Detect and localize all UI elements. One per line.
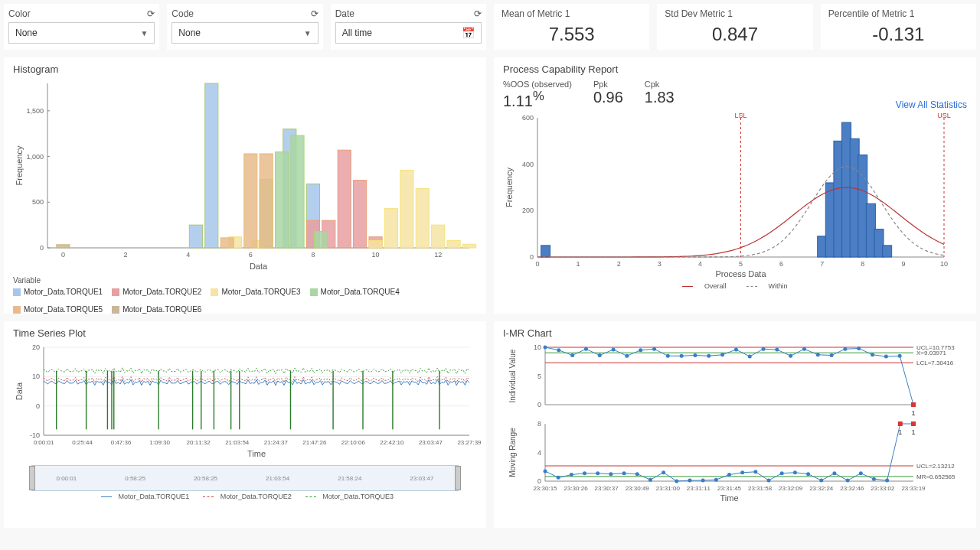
svg-text:23:27:39: 23:27:39: [457, 439, 482, 446]
legend-item: Motor_Data.TORQUE1: [13, 288, 103, 296]
ppk-label: Ppk: [593, 80, 623, 89]
svg-rect-43: [260, 154, 273, 248]
timeseries-card: Time Series Plot -10010200:00:010:25:440…: [4, 321, 486, 528]
svg-text:23:32:46: 23:32:46: [840, 485, 864, 492]
svg-rect-193: [898, 421, 903, 426]
svg-point-140: [734, 348, 738, 352]
svg-point-178: [701, 479, 705, 483]
scroll-handle-right[interactable]: [455, 466, 461, 490]
svg-point-133: [639, 348, 642, 352]
svg-text:Moving Range: Moving Range: [508, 428, 517, 477]
svg-point-143: [775, 348, 779, 352]
refresh-icon[interactable]: ⟳: [311, 8, 318, 19]
svg-text:23:30:26: 23:30:26: [564, 485, 589, 492]
legend-title: Variable: [13, 276, 477, 285]
svg-point-169: [583, 471, 586, 475]
code-filter-label: Code: [172, 8, 194, 19]
chevron-down-icon: ▼: [304, 29, 312, 37]
svg-text:8: 8: [537, 420, 541, 428]
svg-text:8: 8: [861, 260, 864, 268]
svg-point-132: [625, 354, 629, 358]
color-select[interactable]: None ▼: [8, 22, 155, 44]
capability-stats: %OOS (observed) 1.11% Ppk 0.96 Cpk 1.83: [503, 80, 675, 110]
legend-item: Motor_Data.TORQUE5: [13, 305, 103, 314]
svg-text:21:47:26: 21:47:26: [302, 439, 327, 446]
svg-text:23:31:58: 23:31:58: [748, 485, 773, 492]
svg-point-134: [652, 347, 656, 351]
svg-point-126: [544, 346, 547, 350]
imr-title: I-MR Chart: [503, 327, 967, 339]
svg-text:0:00:01: 0:00:01: [34, 439, 54, 446]
view-all-stats-link[interactable]: View All Statistics: [896, 99, 967, 110]
svg-point-130: [598, 353, 602, 357]
svg-rect-33: [416, 188, 429, 248]
svg-text:10: 10: [534, 343, 541, 351]
color-filter-label: Color: [8, 8, 31, 19]
timeseries-chart: -10010200:00:010:25:440:47:361:09:3020:1…: [13, 343, 477, 458]
svg-point-182: [753, 470, 757, 474]
svg-text:0: 0: [530, 253, 534, 261]
svg-text:-10: -10: [30, 431, 40, 439]
svg-text:5: 5: [537, 373, 541, 380]
capability-card: Process Capability Report %OOS (observed…: [494, 57, 976, 314]
histogram-title: Histogram: [13, 63, 477, 75]
svg-text:Frequency: Frequency: [505, 167, 514, 207]
svg-text:Individual Value: Individual Value: [508, 349, 517, 402]
date-select[interactable]: All time: [335, 22, 482, 44]
svg-point-152: [898, 354, 902, 358]
svg-text:0: 0: [537, 401, 541, 408]
svg-text:23:30:49: 23:30:49: [626, 485, 650, 492]
svg-text:LSL: LSL: [734, 112, 746, 119]
refresh-icon[interactable]: ⟳: [147, 8, 155, 19]
timeseries-scrollbar[interactable]: 0:00:010:58:2520:58:2521:03:5421:58:2423…: [31, 465, 459, 491]
code-filter: Code ⟳ None ▼: [167, 4, 322, 50]
svg-text:2: 2: [124, 251, 128, 259]
svg-text:1,000: 1,000: [26, 153, 44, 161]
svg-text:400: 400: [522, 160, 534, 168]
svg-text:3: 3: [658, 260, 662, 268]
svg-point-190: [859, 471, 863, 475]
svg-point-172: [622, 471, 626, 475]
svg-point-180: [727, 473, 731, 477]
legend-item: Motor_Data.TORQUE2: [112, 288, 201, 296]
svg-text:22:42:10: 22:42:10: [380, 439, 404, 446]
scroll-handle-left[interactable]: [29, 466, 35, 490]
svg-text:Frequency: Frequency: [15, 145, 24, 185]
svg-point-139: [720, 353, 724, 356]
svg-rect-34: [432, 225, 445, 248]
svg-text:500: 500: [32, 198, 44, 206]
svg-point-186: [806, 472, 810, 476]
code-select[interactable]: None ▼: [172, 22, 318, 44]
refresh-icon[interactable]: ⟳: [474, 8, 482, 19]
svg-text:Data: Data: [15, 382, 24, 400]
svg-text:21:03:54: 21:03:54: [225, 439, 250, 446]
svg-rect-25: [338, 150, 351, 248]
svg-rect-20: [205, 83, 218, 248]
svg-point-167: [557, 476, 560, 480]
svg-point-185: [793, 470, 797, 474]
svg-point-168: [570, 473, 573, 477]
svg-point-179: [714, 478, 718, 482]
filter-bar: Color ⟳ None ▼ Code ⟳ None ▼: [4, 4, 486, 50]
svg-text:0: 0: [535, 260, 539, 268]
svg-point-144: [789, 354, 792, 358]
svg-text:0:47:36: 0:47:36: [111, 439, 132, 446]
timeseries-title: Time Series Plot: [13, 327, 477, 339]
svg-text:23:32:09: 23:32:09: [779, 485, 803, 492]
svg-text:4: 4: [186, 251, 190, 259]
svg-text:10: 10: [32, 373, 40, 380]
svg-rect-40: [315, 232, 328, 249]
svg-text:1: 1: [911, 428, 915, 436]
svg-text:X=9.03971: X=9.03971: [916, 350, 946, 356]
svg-point-138: [707, 354, 710, 358]
svg-point-173: [635, 472, 639, 476]
svg-text:4: 4: [537, 449, 541, 457]
svg-point-135: [666, 354, 670, 358]
svg-point-150: [871, 353, 874, 356]
svg-point-183: [767, 479, 771, 483]
svg-point-177: [688, 479, 691, 483]
kpi-percentile: Percentile of Metric 1 -0.131: [821, 4, 976, 50]
cpk-label: Cpk: [645, 80, 675, 89]
calendar-icon: [462, 27, 475, 39]
svg-text:Time: Time: [247, 449, 266, 458]
